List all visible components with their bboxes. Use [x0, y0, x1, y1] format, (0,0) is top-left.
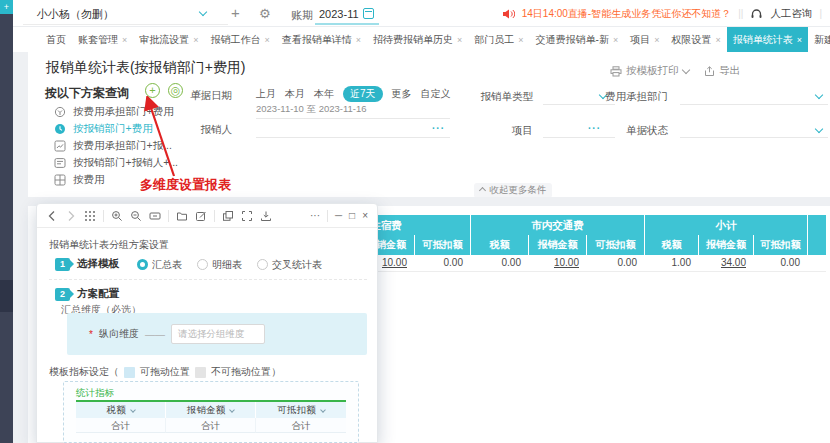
tab-entertain-history[interactable]: 招待费报销单历史× [367, 27, 468, 52]
tab-new-plan[interactable]: 新建方案× [808, 27, 830, 52]
headset-icon[interactable] [750, 8, 763, 20]
mini-table-header: 税额 报销金额 可抵扣额 [76, 402, 346, 418]
close-icon[interactable]: × [518, 35, 523, 45]
plan-panel-title: 按以下方案查询 [45, 85, 129, 102]
back-icon[interactable] [46, 210, 58, 222]
tab-dept-staff[interactable]: 部门员工× [468, 27, 529, 52]
cost-dept-field[interactable] [680, 104, 828, 105]
chevron-down-icon [681, 66, 689, 74]
collapse-more-filters-button[interactable]: 收起更多条件 [474, 183, 552, 198]
fullscreen-icon[interactable] [241, 210, 253, 222]
left-rail [0, 0, 13, 443]
tab-reimb-statistics[interactable]: 报销单统计表× [727, 27, 808, 52]
plan-item[interactable]: 按费用 [54, 172, 105, 188]
export-button[interactable]: 导出 [704, 64, 740, 78]
quick-this-year[interactable]: 本年 [314, 87, 334, 101]
maximize-icon[interactable]: □ [349, 210, 355, 221]
project-field[interactable] [543, 137, 615, 138]
page-title: 报销单统计表(按报销部门+费用) [46, 59, 246, 77]
tab-transport-reimb[interactable]: 交通费报销单-新× [530, 27, 625, 52]
column-header: 税额 [645, 235, 699, 255]
mini-header-cell[interactable]: 税额 [76, 402, 166, 418]
fit-ratio-icon[interactable] [149, 210, 161, 222]
calendar-icon[interactable] [363, 8, 374, 19]
tab-reimb-workbench[interactable]: 报销工作台× [205, 27, 276, 52]
applicant-field[interactable] [256, 137, 450, 138]
status-field[interactable] [680, 137, 828, 138]
tab-project[interactable]: 项目× [624, 27, 665, 52]
zoom-out-icon[interactable] [130, 210, 142, 222]
applicant-more-icon[interactable]: ··· [432, 123, 445, 134]
stat-indicator-label: 统计指标 [76, 387, 114, 400]
radio-icon [257, 259, 268, 270]
quick-this-month[interactable]: 本月 [285, 87, 305, 101]
step-1: 1 选择模板 [55, 257, 119, 271]
apps-grid-icon[interactable] [84, 210, 96, 222]
radio-detail-table[interactable]: 明细表 [197, 258, 242, 272]
project-more-icon[interactable]: ··· [588, 123, 601, 134]
mini-total-cell: 合计 [166, 418, 256, 433]
quick-custom[interactable]: 自定义 [421, 87, 451, 101]
folder-icon[interactable] [176, 210, 188, 222]
minimize-icon[interactable]: ─ [335, 210, 342, 221]
support-link[interactable]: 人工咨询 [770, 7, 812, 21]
tab-view-reimb-detail[interactable]: 查看报销单详情× [276, 27, 367, 52]
close-icon[interactable]: × [193, 35, 198, 45]
close-icon[interactable]: × [265, 35, 270, 45]
forward-icon[interactable] [65, 210, 77, 222]
close-icon[interactable]: × [613, 35, 618, 45]
close-icon[interactable]: × [122, 35, 127, 45]
dept-expense-icon [54, 106, 66, 118]
quick-more[interactable]: 更多 [392, 87, 412, 101]
doc-type-field[interactable] [543, 104, 615, 105]
close-icon[interactable]: × [457, 35, 462, 45]
close-icon[interactable]: × [715, 35, 720, 45]
radio-cross-table[interactable]: 交叉统计表 [257, 258, 322, 272]
period-value[interactable]: 2023-11 [319, 8, 359, 20]
more-options-icon[interactable]: ··· [310, 210, 320, 221]
gear-icon[interactable]: ⚙ [259, 6, 271, 21]
step-1-badge: 1 [55, 258, 70, 271]
chevron-down-icon[interactable] [199, 8, 207, 16]
announcement-link[interactable]: 14日14:00直播-智能生成业务凭证你还不知道？ [522, 7, 731, 21]
chevron-down-icon[interactable] [815, 91, 823, 99]
mini-header-cell[interactable]: 可抵扣额 [256, 402, 346, 418]
rail-active-segment[interactable] [0, 280, 13, 312]
group-header: 市内交通费 [471, 215, 645, 235]
mini-header-cell[interactable]: 报销金额 [166, 402, 256, 418]
date-range-value[interactable]: 2023-11-10 至 2023-11-16 [256, 103, 367, 116]
cell-value-link[interactable]: 10.00 [529, 255, 587, 272]
quick-last-month[interactable]: 上月 [256, 87, 276, 101]
close-icon[interactable]: × [797, 35, 802, 45]
rail-add-icon[interactable]: + [0, 0, 13, 14]
tab-home[interactable]: 首页 [40, 27, 72, 52]
divider: || [738, 8, 743, 19]
account-selector[interactable]: 小小杨（勿删） [37, 7, 114, 22]
copy-icon[interactable] [222, 210, 234, 222]
cost-dept-filter-label: 费用承担部门 [602, 90, 668, 104]
cell-value: 0.00 [415, 255, 471, 272]
dimension-select-input[interactable]: 请选择分组维度 [171, 324, 265, 344]
mini-total-cell: 合计 [76, 418, 166, 433]
download-icon[interactable] [260, 210, 272, 222]
cell-value-link[interactable]: 34.00 [699, 255, 754, 272]
chevron-down-icon[interactable] [815, 125, 823, 133]
report-table: 住宿费 市内交通费 小计 税额 报销金额 可抵扣额 税额 报销金额 可抵扣额 税… [302, 215, 826, 272]
close-window-icon[interactable]: × [362, 210, 368, 221]
add-account-button[interactable]: + [231, 4, 240, 21]
tab-approval-flow[interactable]: 审批流设置× [133, 27, 204, 52]
doc-type-filter-label: 报销单类型 [476, 90, 533, 104]
quick-last7days-selected[interactable]: 近7天 [343, 86, 383, 102]
print-by-template-button[interactable]: 按模板打印 [610, 64, 689, 78]
tab-permissions[interactable]: 权限设置× [665, 27, 726, 52]
close-icon[interactable]: × [356, 35, 361, 45]
speaker-icon[interactable] [502, 8, 515, 20]
close-icon[interactable]: × [654, 35, 659, 45]
radio-summary-table[interactable]: 汇总表 [137, 258, 182, 272]
edit-icon[interactable] [195, 210, 207, 222]
zoom-in-icon[interactable] [111, 210, 123, 222]
tab-account-mgmt[interactable]: 账套管理× [72, 27, 133, 52]
indicator-setting-label: 模板指标设定（ [49, 365, 119, 379]
topbar: 小小杨（勿删） + ⚙ 账期 2023-11 14日14:00直播-智能生成业务… [13, 0, 830, 27]
topbar-right: 14日14:00直播-智能生成业务凭证你还不知道？ || 人工咨询 | [502, 0, 822, 27]
